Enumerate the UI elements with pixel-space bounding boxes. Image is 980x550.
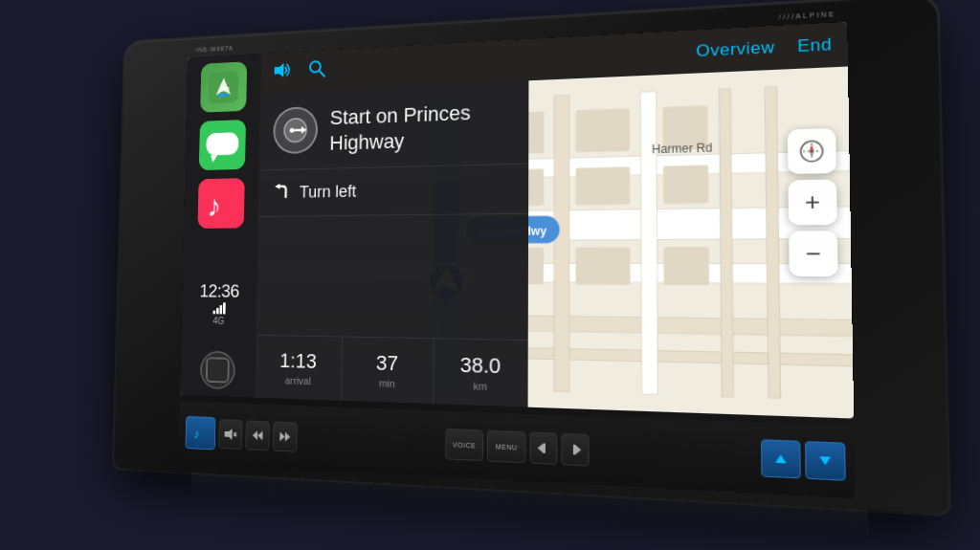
duration-label: min <box>349 376 425 389</box>
app-sidebar: 280 ♪ <box>180 54 261 398</box>
next-track-button[interactable] <box>273 421 298 451</box>
down-button[interactable] <box>805 441 846 481</box>
compass-button[interactable] <box>788 127 836 173</box>
home-button[interactable] <box>200 350 235 389</box>
zoom-out-button[interactable]: − <box>789 231 837 276</box>
svg-rect-30 <box>663 165 708 203</box>
model-label: INE-W987A <box>196 44 234 53</box>
svg-marker-56 <box>279 431 285 441</box>
music-icon-svg: ♪ <box>197 178 244 229</box>
svg-rect-58 <box>544 443 546 452</box>
svg-marker-57 <box>538 443 544 453</box>
navigation-panel: Start on Princes Highway Turn left <box>255 80 528 407</box>
svg-rect-26 <box>576 166 631 205</box>
network-label: 4G <box>213 316 225 326</box>
search-icon[interactable] <box>308 58 325 81</box>
svg-marker-54 <box>257 430 263 440</box>
duration-stat: 37 min <box>342 337 434 404</box>
turn-left-icon <box>272 180 291 205</box>
up-button[interactable] <box>761 439 801 478</box>
svg-rect-20 <box>554 95 569 391</box>
svg-rect-7 <box>197 178 244 229</box>
svg-line-11 <box>320 70 324 76</box>
arrival-label: arrival <box>262 374 335 387</box>
secondary-instruction-area: Turn left <box>258 164 528 216</box>
signal-bar-4 <box>222 302 225 314</box>
distance-stat: 38.0 km <box>434 339 528 407</box>
screen: 280 ♪ <box>180 21 854 418</box>
signal-bar-1 <box>212 310 215 314</box>
svg-rect-29 <box>576 108 631 152</box>
arrival-stat: 1:13 arrival <box>255 335 343 400</box>
svg-rect-60 <box>573 444 575 454</box>
messages-icon-svg <box>199 120 246 170</box>
svg-text:♪: ♪ <box>207 188 221 222</box>
main-street-name: Start on Princes Highway <box>329 98 513 155</box>
svg-marker-53 <box>253 430 258 440</box>
svg-text:280: 280 <box>220 86 230 93</box>
main-instruction-area: Start on Princes Highway <box>259 80 529 170</box>
voice-button[interactable]: VOICE <box>445 428 483 460</box>
svg-marker-59 <box>575 444 581 454</box>
signal-bar-3 <box>219 305 222 314</box>
zoom-in-button[interactable]: + <box>788 179 836 225</box>
svg-rect-27 <box>576 247 631 284</box>
skip-fwd-button[interactable] <box>561 432 589 466</box>
brand-label: ////ALPINE <box>779 10 836 20</box>
svg-marker-62 <box>819 456 831 465</box>
svg-marker-48 <box>275 183 279 188</box>
duration-value: 37 <box>349 350 425 377</box>
mute-button[interactable] <box>218 419 242 450</box>
navigation-stats: 1:13 arrival 37 min 38.0 km <box>255 334 527 407</box>
svg-marker-55 <box>285 431 291 441</box>
svg-text:♪: ♪ <box>193 427 199 441</box>
clock-area: 12:36 4G <box>199 280 239 325</box>
skip-back-button[interactable] <box>529 431 557 464</box>
menu-button[interactable]: MENU <box>487 429 526 463</box>
main-content-area: Overview End <box>255 21 854 418</box>
distance-value: 38.0 <box>441 352 521 379</box>
svg-marker-50 <box>225 429 233 440</box>
svg-marker-9 <box>275 62 284 77</box>
svg-rect-31 <box>663 247 709 285</box>
distance-label: km <box>441 379 521 393</box>
svg-marker-61 <box>775 454 787 463</box>
clock-display: 12:36 <box>199 280 239 301</box>
direction-icon <box>273 105 318 153</box>
music-button[interactable]: ♪ <box>186 415 216 450</box>
device-wrapper: INE-W987A ////ALPINE 280 <box>50 17 930 534</box>
signal-bars <box>212 301 225 314</box>
overview-end-label[interactable]: Overview End <box>696 34 832 61</box>
volume-icon[interactable] <box>273 61 292 82</box>
messages-app-icon[interactable] <box>199 120 246 170</box>
maps-app-icon[interactable]: 280 <box>200 61 247 112</box>
music-app-icon[interactable]: ♪ <box>197 178 244 229</box>
home-button-inner <box>206 357 230 383</box>
straight-arrow-icon <box>282 116 308 143</box>
maps-icon-svg: 280 <box>209 70 239 102</box>
svg-rect-5 <box>206 132 238 155</box>
signal-area: 4G <box>199 301 239 326</box>
svg-rect-21 <box>640 91 657 394</box>
map-controls: + − <box>788 127 838 275</box>
svg-point-10 <box>310 60 321 72</box>
prev-track-button[interactable] <box>245 420 270 451</box>
signal-bar-2 <box>216 307 219 314</box>
arrival-value: 1:13 <box>262 348 335 374</box>
head-unit-device: INE-W987A ////ALPINE 280 <box>114 0 949 514</box>
secondary-instruction-text: Turn left <box>300 182 357 202</box>
carplay-screen: 280 ♪ <box>180 21 854 418</box>
svg-text:Harmer Rd: Harmer Rd <box>652 142 712 156</box>
